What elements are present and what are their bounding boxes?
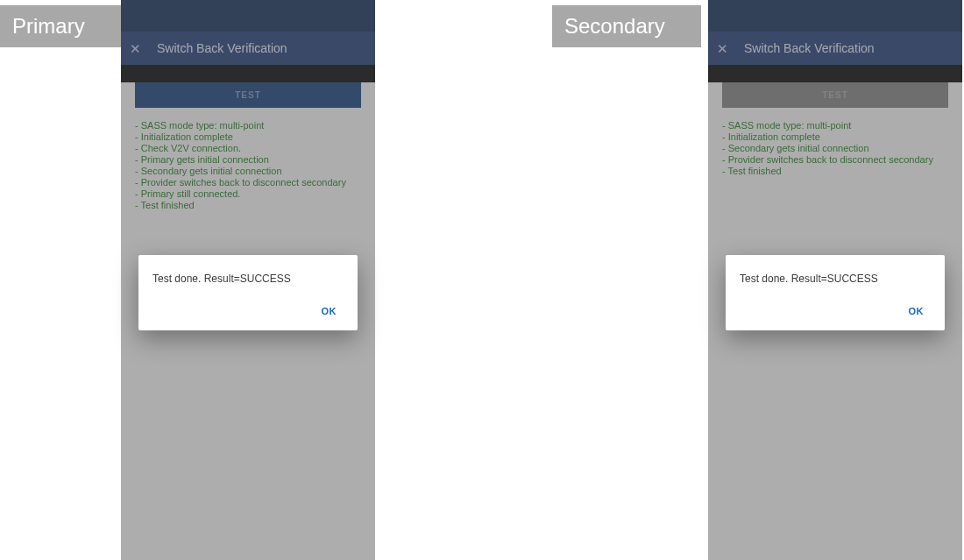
appbar-title: Switch Back Verification — [157, 41, 287, 55]
app-bar: ✕ Switch Back Verification — [708, 32, 962, 65]
log-line: - Initialization complete — [135, 131, 361, 143]
status-bar — [121, 0, 375, 32]
log-line: - SASS mode type: multi-point — [722, 120, 948, 131]
dialog-actions: OK — [152, 301, 344, 322]
close-icon[interactable]: ✕ — [130, 42, 141, 55]
dialog-actions: OK — [740, 301, 931, 322]
ok-button[interactable]: OK — [902, 301, 932, 322]
primary-tag: Primary — [0, 5, 121, 47]
log-line: - Provider switches back to disconnect s… — [722, 154, 948, 166]
log-line: - Initialization complete — [722, 131, 948, 143]
test-button[interactable]: TEST — [722, 82, 948, 108]
log-line: - Test finished — [722, 166, 948, 177]
status-bar — [708, 0, 962, 32]
result-dialog: Test done. Result=SUCCESS OK — [138, 255, 358, 330]
secondary-log: - SASS mode type: multi-point - Initiali… — [722, 120, 948, 177]
log-line: - Secondary gets initial connection — [722, 143, 948, 154]
test-button[interactable]: TEST — [135, 82, 361, 108]
dialog-message: Test done. Result=SUCCESS — [152, 273, 344, 285]
log-line: - Check V2V connection. — [135, 143, 361, 154]
secondary-tag: Secondary — [552, 5, 701, 47]
secondary-phone: ✕ Switch Back Verification TEST - SASS m… — [708, 0, 962, 560]
log-line: - Primary gets initial connection — [135, 154, 361, 166]
log-line: - Provider switches back to disconnect s… — [135, 177, 361, 188]
ok-button[interactable]: OK — [315, 301, 344, 322]
log-line: - Test finished — [135, 200, 361, 211]
close-icon[interactable]: ✕ — [717, 42, 728, 55]
log-line: - Primary still connected. — [135, 188, 361, 200]
log-line: - Secondary gets initial connection — [135, 166, 361, 177]
result-dialog: Test done. Result=SUCCESS OK — [726, 255, 945, 330]
primary-phone: ✕ Switch Back Verification TEST - SASS m… — [121, 0, 375, 560]
dialog-message: Test done. Result=SUCCESS — [740, 273, 931, 285]
log-line: - SASS mode type: multi-point — [135, 120, 361, 131]
app-bar: ✕ Switch Back Verification — [121, 32, 375, 65]
primary-log: - SASS mode type: multi-point - Initiali… — [135, 120, 361, 211]
appbar-title: Switch Back Verification — [744, 41, 875, 55]
